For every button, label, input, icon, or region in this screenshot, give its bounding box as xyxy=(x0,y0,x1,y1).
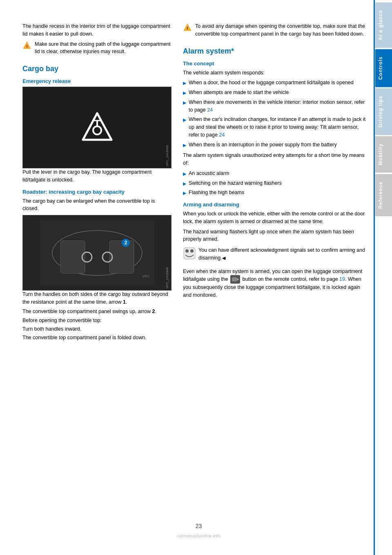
intro-paragraph: The handle recess in the interior trim o… xyxy=(22,22,172,38)
svg-point-2 xyxy=(93,126,101,134)
blue-accent-line xyxy=(374,0,375,555)
alarm-system-heading: Alarm system* xyxy=(183,47,367,56)
watermark: carmanualsonline.info xyxy=(22,533,375,539)
concept-heading: The concept xyxy=(183,60,367,67)
bullet-arrow-icon: ▶ xyxy=(183,190,186,197)
warning-box-2: ! To avoid any damage when opening the c… xyxy=(183,22,367,40)
svg-rect-15 xyxy=(184,248,195,259)
emergency-release-heading: Emergency release xyxy=(22,78,172,84)
list-item: ▶ When the car's inclination changes, fo… xyxy=(183,116,367,139)
svg-point-17 xyxy=(190,249,194,253)
bullet-arrow-icon: ▶ xyxy=(183,170,186,177)
bullet-arrow-icon: ▶ xyxy=(183,116,186,123)
bullet-arrow-icon: ▶ xyxy=(183,180,186,187)
bullet-arrow-icon: ▶ xyxy=(183,90,186,96)
warning-icon-2: ! xyxy=(183,23,192,32)
concept-list: ▶ When a door, the hood or the luggage c… xyxy=(183,79,367,148)
list-item: ▶ An acoustic alarm xyxy=(183,170,367,177)
image-caption-code-1: VPC_1416945 xyxy=(165,145,169,166)
svg-text:2: 2 xyxy=(124,240,127,246)
svg-rect-8 xyxy=(109,241,134,273)
warning-box-1: ! Make sure that the closing path of the… xyxy=(22,40,172,58)
svg-text:!: ! xyxy=(26,44,27,48)
warning-text-1: Make sure that the closing path of the l… xyxy=(35,40,172,56)
arming-heading: Arming and disarming xyxy=(183,201,367,208)
list-item: ▶ When there are movements in the vehicl… xyxy=(183,98,367,114)
concept-intro: The vehicle alarm system responds: xyxy=(183,69,367,77)
tip-text: You can have different acknowledgment si… xyxy=(198,246,367,262)
sidebar-tab-controls[interactable]: Controls xyxy=(375,49,392,87)
list-item: ▶ Flashing the high beams xyxy=(183,189,367,197)
svg-text:!: ! xyxy=(187,26,188,30)
svg-rect-19 xyxy=(237,278,238,280)
bullet-arrow-icon: ▶ xyxy=(183,142,186,149)
list-item: ▶ When attempts are made to start the ve… xyxy=(183,89,367,96)
arming-body3: Even when the alarm system is armed, you… xyxy=(183,268,367,299)
roadster-heading: Roadster: increasing cargo bay capacity xyxy=(22,189,172,195)
cargo-bay-heading: Cargo bay xyxy=(22,65,172,73)
emergency-release-image: VPC_1416945 xyxy=(22,87,172,168)
sidebar-tab-reference[interactable]: Reference xyxy=(375,174,392,216)
roadster-body: The cargo bay can be enlarged when the c… xyxy=(22,197,172,213)
signals-intro: The alarm system signals unauthorized en… xyxy=(183,152,367,167)
sidebar-tab-at-a-glance[interactable]: At a glance xyxy=(375,2,392,48)
svg-rect-5 xyxy=(40,220,154,286)
bullet-arrow-icon: ▶ xyxy=(183,99,186,106)
sidebar-tab-driving-tips[interactable]: Driving tips xyxy=(375,88,392,135)
roadster-instructions: Turn the handles on both sides of the ca… xyxy=(22,291,172,342)
tip-box: You can have different acknowledgment si… xyxy=(183,246,367,264)
cargo-bay-image: 2 VPC VPC_1416946 xyxy=(22,215,172,291)
list-item: ▶ When a door, the hood or the luggage c… xyxy=(183,79,367,87)
image-caption-code-2: VPC_1416946 xyxy=(165,267,169,289)
arming-body1: When you lock or unlock the vehicle, eit… xyxy=(183,210,367,226)
bullet-arrow-icon: ▶ xyxy=(183,80,186,87)
left-column: The handle recess in the interior trim o… xyxy=(22,22,172,515)
svg-point-16 xyxy=(185,249,189,253)
right-column: ! To avoid any damage when opening the c… xyxy=(183,22,375,515)
warning-text-2: To avoid any damage when opening the con… xyxy=(195,22,367,38)
arming-body2: The hazard warning flashers light up onc… xyxy=(183,228,367,244)
info-icon xyxy=(183,247,195,259)
svg-rect-18 xyxy=(232,278,237,281)
sidebar: At a glance Controls Driving tips Mobili… xyxy=(375,0,392,555)
svg-text:VPC: VPC xyxy=(142,274,150,278)
page-number: 23 xyxy=(22,523,375,529)
signals-list: ▶ An acoustic alarm ▶ Switching on the h… xyxy=(183,170,367,197)
svg-rect-7 xyxy=(60,241,85,273)
sidebar-tab-mobility[interactable]: Mobility xyxy=(375,136,392,172)
list-item: ▶ Switching on the hazard warning flashe… xyxy=(183,179,367,187)
warning-icon-1: ! xyxy=(22,41,31,50)
pull-text: Pull the lever in the cargo bay. The lug… xyxy=(22,168,172,184)
list-item: ▶ When there is an interruption in the p… xyxy=(183,141,367,149)
